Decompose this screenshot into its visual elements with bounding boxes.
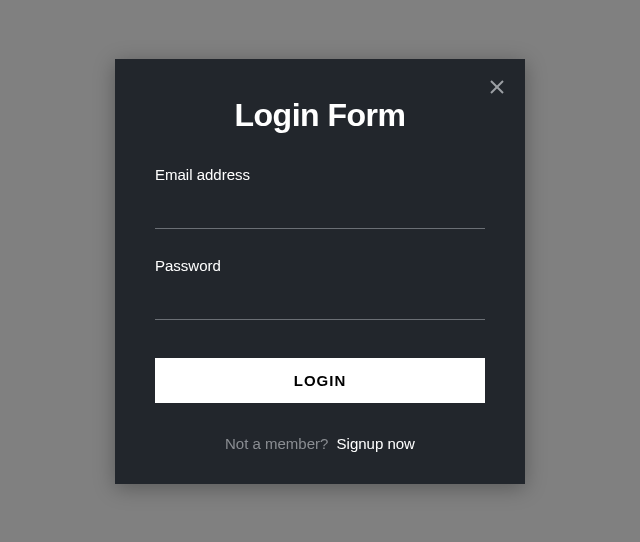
signup-footer: Not a member? Signup now <box>155 435 485 452</box>
email-input[interactable] <box>155 191 485 229</box>
login-button[interactable]: LOGIN <box>155 358 485 403</box>
password-field-group: Password <box>155 257 485 320</box>
signup-link[interactable]: Signup now <box>337 435 415 452</box>
signup-prompt: Not a member? <box>225 435 328 452</box>
login-modal: Login Form Email address Password LOGIN … <box>115 59 525 484</box>
close-icon[interactable] <box>487 77 507 97</box>
modal-title: Login Form <box>155 97 485 134</box>
password-input[interactable] <box>155 282 485 320</box>
password-label: Password <box>155 257 485 274</box>
email-label: Email address <box>155 166 485 183</box>
email-field-group: Email address <box>155 166 485 229</box>
